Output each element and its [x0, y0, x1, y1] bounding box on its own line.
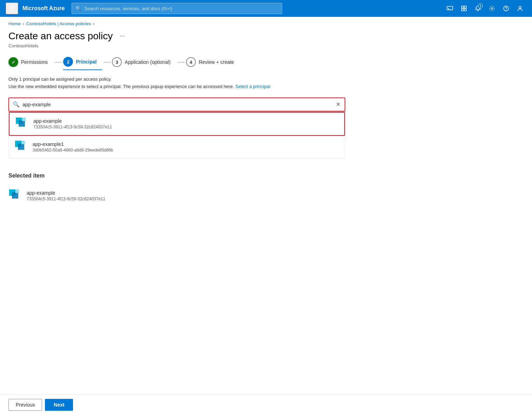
selected-item: app-example 733504c5-3911-4f13-9c59-32c8…: [8, 185, 345, 207]
svg-rect-14: [18, 143, 24, 150]
step-divider-3: [178, 62, 185, 62]
step-1-circle: [8, 57, 18, 67]
step-4-label: Review + create: [199, 59, 234, 65]
help-button[interactable]: [500, 2, 512, 15]
result-item-2[interactable]: app-example1 3d0b5462-50a8-4660-a6d8-29e…: [9, 136, 345, 158]
result-item-2-id: 3d0b5462-50a8-4660-a6d8-29eede85d86b: [33, 148, 339, 153]
step-3-label: Application (optional): [125, 59, 171, 65]
step-2-number: 2: [67, 59, 69, 65]
step-divider-2: [104, 62, 111, 62]
app-icon-2: [14, 140, 28, 154]
result-item-1-info: app-example 733504c5-3911-4f13-9c59-32c8…: [33, 118, 339, 129]
notification-badge: 1: [478, 4, 483, 8]
search-clear-button[interactable]: ✕: [335, 100, 341, 108]
svg-point-8: [506, 9, 506, 10]
result-item-2-name: app-example1: [33, 141, 339, 147]
page-header: Create an access policy ···: [0, 26, 532, 43]
step-3-circle: 3: [112, 57, 122, 67]
result-item-1-name: app-example: [33, 118, 339, 124]
wizard-steps: Permissions 2 Principal 3 Application (o…: [0, 54, 532, 76]
global-search-box[interactable]: 🔍: [72, 3, 282, 14]
wizard-step-permissions[interactable]: Permissions: [8, 54, 53, 70]
info-text-block: Only 1 principal can be assigned per acc…: [8, 76, 524, 91]
search-results-container: app-example 733504c5-3911-4f13-9c59-32c8…: [8, 112, 345, 159]
svg-point-6: [491, 8, 493, 9]
select-principal-link[interactable]: Select a principal: [235, 84, 270, 89]
svg-rect-3: [464, 6, 466, 8]
svg-rect-17: [12, 192, 18, 199]
wizard-step-review[interactable]: 4 Review + create: [186, 54, 240, 70]
search-icon: 🔍: [75, 6, 81, 11]
main-content: Only 1 principal can be assigned per acc…: [0, 76, 532, 207]
selected-section-title: Selected item: [8, 173, 524, 179]
more-options-button[interactable]: ···: [117, 32, 127, 41]
selected-item-info: app-example 733504c5-3911-4f13-9c59-32c8…: [27, 190, 340, 201]
step-2-label: Principal: [76, 59, 97, 65]
page-subtitle: ContosoHotels: [0, 43, 532, 54]
svg-rect-15: [21, 141, 25, 144]
global-search-input[interactable]: [84, 6, 278, 11]
selected-item-name: app-example: [27, 190, 340, 196]
selected-app-icon: [8, 189, 22, 203]
svg-rect-4: [461, 9, 464, 11]
info-line-1: Only 1 principal can be assigned per acc…: [8, 76, 524, 83]
directory-button[interactable]: [458, 2, 470, 15]
svg-rect-12: [22, 118, 26, 121]
selected-item-section: Selected item app-example 733504c5-3911-…: [8, 173, 524, 207]
breadcrumb-home[interactable]: Home: [8, 21, 21, 26]
notifications-button[interactable]: 1: [472, 2, 484, 15]
step-4-number: 4: [190, 60, 192, 65]
breadcrumb-sep-1: ›: [23, 21, 24, 26]
page-title: Create an access policy: [8, 31, 113, 42]
svg-rect-18: [15, 189, 19, 193]
step-4-circle: 4: [186, 57, 196, 67]
svg-rect-0: [447, 6, 453, 10]
svg-point-7: [504, 6, 508, 11]
account-button[interactable]: [514, 2, 526, 15]
step-divider-1: [55, 62, 62, 62]
settings-button[interactable]: [486, 2, 498, 15]
app-icon-1: [15, 117, 29, 131]
svg-rect-5: [464, 9, 466, 11]
step-1-label: Permissions: [21, 59, 48, 65]
svg-rect-11: [19, 120, 25, 127]
selected-item-id: 733504c5-3911-4f13-9c59-32c824037e11: [27, 196, 340, 201]
principal-search-box[interactable]: 🔍 ✕: [8, 98, 345, 112]
azure-logo: Microsoft Azure: [22, 5, 65, 12]
principal-search-input[interactable]: [22, 102, 332, 107]
step-2-circle: 2: [63, 57, 73, 67]
cloud-shell-button[interactable]: [444, 2, 456, 15]
breadcrumb: Home › ContosoHotels | Access policies ›: [0, 17, 532, 26]
info-line-2: Use the new embedded experience to selec…: [8, 83, 524, 91]
hamburger-menu[interactable]: ☰: [6, 2, 18, 14]
topnav-icon-group: 1: [444, 2, 526, 15]
breadcrumb-access-policies[interactable]: ContosoHotels | Access policies: [26, 21, 91, 26]
wizard-step-application[interactable]: 3 Application (optional): [112, 54, 176, 70]
wizard-step-principal[interactable]: 2 Principal: [63, 54, 102, 70]
result-item-1[interactable]: app-example 733504c5-3911-4f13-9c59-32c8…: [9, 112, 345, 136]
info-prefix: Use the new embedded experience to selec…: [8, 84, 235, 89]
check-icon: [12, 60, 15, 65]
result-item-1-id: 733504c5-3911-4f13-9c59-32c824037e11: [33, 125, 339, 129]
svg-point-9: [519, 6, 521, 8]
search-icon: 🔍: [13, 101, 20, 108]
step-3-number: 3: [116, 60, 118, 65]
result-item-2-info: app-example1 3d0b5462-50a8-4660-a6d8-29e…: [33, 141, 339, 153]
breadcrumb-sep-2: ›: [93, 21, 94, 26]
top-navigation: ☰ Microsoft Azure 🔍 1: [0, 0, 532, 17]
svg-rect-2: [461, 6, 464, 8]
